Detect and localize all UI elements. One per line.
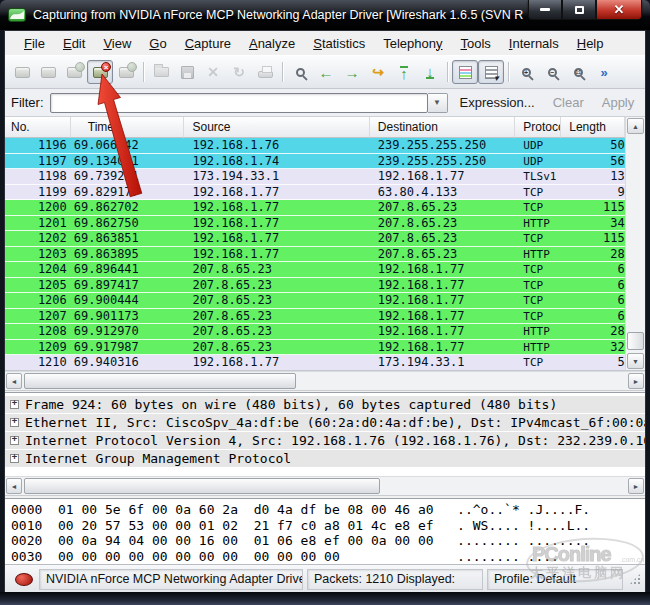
table-row-packet-1196[interactable]: 119669.066042192.168.1.76239.255.255.250… [5, 138, 625, 154]
scroll-left-icon[interactable]: ◄ [6, 373, 22, 389]
table-row-packet-1204[interactable]: 120469.896441207.8.65.23192.168.1.77TCP6… [5, 262, 625, 278]
column-header-time[interactable]: Time [71, 117, 185, 138]
column-header-no[interactable]: No. [5, 117, 71, 138]
table-row-packet-1207[interactable]: 120769.901173207.8.65.23192.168.1.77TCP6… [5, 309, 625, 325]
jump-icon: ↪ [368, 62, 388, 82]
expander-icon[interactable] [10, 454, 19, 463]
menu-analyze[interactable]: Analyze [240, 33, 304, 54]
table-row-packet-1202[interactable]: 120269.863851192.168.1.77207.8.65.23TCP1… [5, 231, 625, 247]
menu-capture[interactable]: Capture [176, 33, 240, 54]
wireshark-window: Capturing from NVIDIA nForce MCP Network… [0, 0, 650, 605]
reload-button[interactable]: ↻ [226, 60, 252, 84]
expander-icon[interactable] [10, 436, 19, 445]
packet-list-header: No. Time Source Destination Protocol Len… [5, 117, 625, 138]
table-row-packet-1203[interactable]: 120369.863895192.168.1.77207.8.65.23HTTP… [5, 247, 625, 263]
arrow-right-icon: → [342, 62, 362, 82]
save-file-button[interactable] [174, 60, 200, 84]
menu-view[interactable]: View [94, 33, 140, 54]
filter-dropdown-icon[interactable]: ▼ [428, 93, 448, 113]
menu-help[interactable]: Help [568, 33, 613, 54]
mag-minus-icon: − [542, 62, 562, 82]
table-row-packet-1199[interactable]: 119969.829177192.168.1.7763.80.4.133TCP9… [5, 185, 625, 201]
packet-bytes-pane: 0000 01 00 5e 6f 00 0a 60 2a d0 4a df be… [5, 498, 645, 564]
zoom-100-button[interactable]: 1:1 [565, 60, 591, 84]
zoom-in-button[interactable]: + [513, 60, 539, 84]
scroll-up-icon[interactable]: ▲ [627, 118, 644, 134]
table-row-packet-1198[interactable]: 119869.739231173.194.33.1192.168.1.77TLS… [5, 169, 625, 185]
dev-options-icon [38, 62, 58, 82]
menu-statistics[interactable]: Statistics [304, 33, 374, 54]
scroll-left-icon[interactable]: ◄ [6, 478, 22, 494]
stop-capture-button[interactable]: × [87, 60, 113, 84]
hex-row-1: 0010 00 20 57 53 00 00 01 02 21 f7 c0 a8… [11, 518, 645, 534]
capture-status-icon [15, 573, 33, 586]
column-header-length[interactable]: Length [561, 117, 625, 138]
scroll-down-icon[interactable]: ▼ [627, 353, 644, 369]
clear-button[interactable]: Clear [553, 95, 584, 110]
close-button[interactable]: ✕ [596, 0, 642, 20]
hex-row-2: 0020 00 0a 94 04 00 00 16 00 01 06 e8 ef… [11, 533, 645, 549]
table-row-packet-1200[interactable]: 120069.862702192.168.1.77207.8.65.23TCP1… [5, 200, 625, 216]
resize-grip[interactable] [629, 573, 641, 585]
packet-list-horizontal-scrollbar[interactable]: ◄ ► [5, 371, 645, 391]
status-bar: NVIDIA nForce MCP Networking Adapter Dri… [5, 564, 645, 593]
menu-go[interactable]: Go [140, 33, 175, 54]
details-horizontal-scrollbar[interactable]: ◄ ► [5, 476, 645, 496]
menu-edit[interactable]: Edit [54, 33, 94, 54]
capture-options-button[interactable] [35, 60, 61, 84]
vertical-scroll-thumb[interactable] [627, 332, 644, 350]
auto-scroll-button[interactable] [478, 60, 504, 84]
detail-row-0[interactable]: Frame 924: 60 bytes on wire (480 bits), … [5, 396, 645, 413]
table-row-packet-1201[interactable]: 120169.862750192.168.1.77207.8.65.23HTTP… [5, 216, 625, 232]
detail-row-1[interactable]: Ethernet II, Src: CiscoSpv_4a:df:be (60:… [5, 414, 645, 431]
table-row-packet-1206[interactable]: 120669.900444207.8.65.23192.168.1.77TCP6… [5, 293, 625, 309]
horizontal-scroll-thumb[interactable] [24, 478, 380, 494]
menu-tools[interactable]: Tools [452, 33, 500, 54]
go-to-bottom-button[interactable]: ↓ [417, 60, 443, 84]
status-packet-count: Packets: 1210 Displayed: [307, 569, 483, 590]
close-file-button[interactable]: ✕ [200, 60, 226, 84]
menu-file[interactable]: File [15, 33, 54, 54]
apply-button[interactable]: Apply [602, 95, 635, 110]
table-row-packet-1197[interactable]: 119769.134051192.168.1.74239.255.255.250… [5, 154, 625, 170]
arrow-bottom-icon: ↓ [420, 62, 440, 82]
column-header-protocol[interactable]: Protocol [515, 117, 561, 138]
table-row-packet-1209[interactable]: 120969.917987207.8.65.23192.168.1.77HTTP… [5, 340, 625, 356]
colorize-button[interactable] [452, 60, 478, 84]
client-area: FileEditViewGoCaptureAnalyzeStatisticsTe… [4, 30, 646, 592]
menu-internals[interactable]: Internals [500, 33, 568, 54]
scroll-right-icon[interactable]: ► [628, 373, 644, 389]
column-header-destination[interactable]: Destination [370, 117, 516, 138]
minimize-button[interactable] [528, 0, 562, 20]
reload-icon: ↻ [229, 62, 249, 82]
column-header-source[interactable]: Source [184, 117, 369, 138]
filter-input[interactable] [50, 93, 428, 113]
dev-list-icon [12, 62, 32, 82]
print-button[interactable] [252, 60, 278, 84]
zoom-out-button[interactable]: − [539, 60, 565, 84]
table-row-packet-1208[interactable]: 120869.912970207.8.65.23192.168.1.77HTTP… [5, 324, 625, 340]
go-back-button[interactable]: ← [313, 60, 339, 84]
scroll-right-icon[interactable]: ► [628, 478, 644, 494]
expander-icon[interactable] [10, 400, 19, 409]
menu-telephony[interactable]: Telephony [374, 33, 451, 54]
table-row-packet-1205[interactable]: 120569.897417207.8.65.23192.168.1.77TCP6… [5, 278, 625, 294]
restart-capture-button[interactable] [113, 60, 139, 84]
go-forward-button[interactable]: → [339, 60, 365, 84]
find-packet-button[interactable] [287, 60, 313, 84]
go-to-packet-button[interactable]: ↪ [365, 60, 391, 84]
maximize-button[interactable] [562, 0, 596, 20]
start-capture-button[interactable] [61, 60, 87, 84]
table-row-packet-1210[interactable]: 121069.940316192.168.1.77173.194.33.1TCP… [5, 355, 625, 370]
horizontal-scroll-thumb[interactable] [24, 373, 296, 389]
toolbar-overflow-button[interactable]: » [591, 60, 617, 84]
detail-row-3[interactable]: Internet Group Management Protocol [5, 450, 645, 467]
detail-row-2[interactable]: Internet Protocol Version 4, Src: 192.16… [5, 432, 645, 449]
list-interfaces-button[interactable] [9, 60, 35, 84]
open-file-button[interactable] [148, 60, 174, 84]
expression-button[interactable]: Expression... [460, 95, 535, 110]
go-to-top-button[interactable]: ↑ [391, 60, 417, 84]
expander-icon[interactable] [10, 418, 19, 427]
packet-list-vertical-scrollbar[interactable]: ▲ ▼ [625, 117, 645, 370]
status-profile: Profile: Default [487, 569, 623, 590]
